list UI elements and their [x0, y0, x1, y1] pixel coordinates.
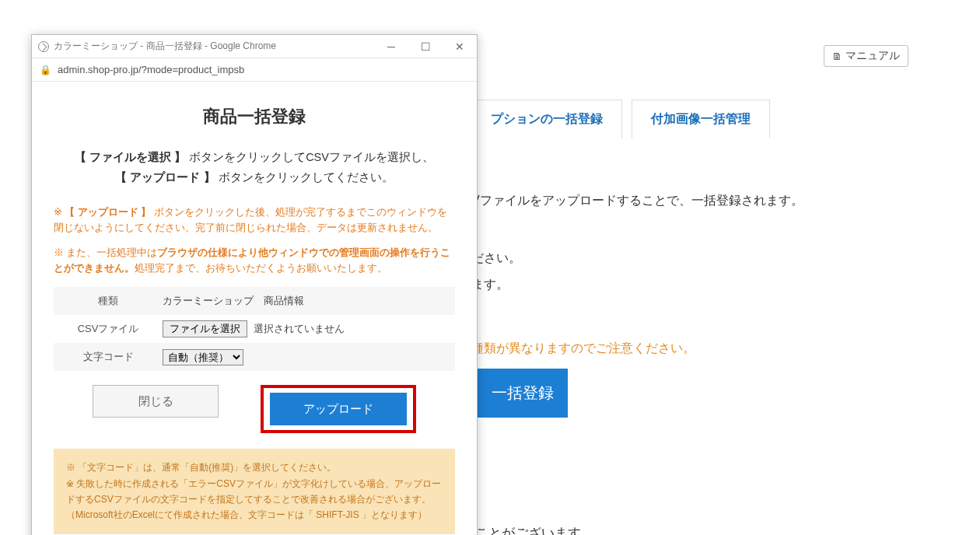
- manual-button[interactable]: 🗎 マニュアル: [824, 45, 908, 67]
- warn2-pre: ※ また、一括処理中は: [54, 247, 157, 258]
- row-encoding: 文字コード 自動（推奨）: [54, 343, 455, 371]
- window-title: カラーミーショップ - 商品一括登録 - Google Chrome: [54, 40, 374, 53]
- instr-bold-1: 【 ファイルを選択 】: [75, 151, 186, 163]
- instr-text-2: ボタンをクリックしてください。: [215, 171, 394, 184]
- bg-text-line3: ます。: [471, 277, 902, 293]
- csv-label: CSVファイル: [54, 322, 163, 336]
- row-type: 種類 カラーミーショップ 商品情報: [54, 287, 455, 315]
- tab-option-bulk[interactable]: プションの一括登録: [471, 100, 622, 138]
- instruction-text: 【 ファイルを選択 】 ボタンをクリックしてCSVファイルを選択し、 【 アップ…: [54, 147, 455, 187]
- bg-text-line2: ださい。: [471, 250, 902, 267]
- favicon-icon: [38, 41, 49, 52]
- close-button[interactable]: 閉じる: [93, 385, 219, 418]
- warning-1: ※ 【 アップロード 】 ボタンをクリックした後、処理が完了するまでこのウィンド…: [54, 205, 455, 236]
- warning-2: ※ また、一括処理中はブラウザの仕様により他ウィンドウでの管理画面の操作を行うこ…: [54, 245, 455, 276]
- warn1-bold: 【 アップロード 】: [65, 207, 151, 218]
- file-select-button[interactable]: ファイルを選択: [163, 320, 247, 337]
- instr-text-1: ボタンをクリックしてCSVファイルを選択し、: [186, 151, 434, 163]
- url-text: admin.shop-pro.jp/?mode=product_impsb: [58, 64, 244, 75]
- instr-bold-2: 【 アップロード 】: [115, 171, 215, 184]
- upload-highlight: アップロード: [261, 385, 416, 433]
- file-status: 選択されていません: [254, 322, 345, 336]
- window-titlebar: カラーミーショップ - 商品一括登録 - Google Chrome ─ ☐ ✕: [32, 35, 477, 58]
- window-maximize-button[interactable]: ☐: [408, 35, 443, 58]
- warn1-pre: ※: [54, 207, 65, 218]
- bg-warning: 種類が異なりますのでご注意ください。: [471, 341, 902, 357]
- tab-image-bulk[interactable]: 付加画像一括管理: [632, 100, 770, 138]
- encoding-select[interactable]: 自動（推奨）: [163, 349, 243, 365]
- footnote: ※ 「文字コード」は、通常「自動(推奨)」を選択してください。 ※ 失敗した時に…: [54, 449, 455, 534]
- tab-bar: プションの一括登録 付加画像一括管理: [471, 100, 902, 138]
- document-icon: 🗎: [832, 51, 842, 62]
- window-minimize-button[interactable]: ─: [374, 35, 408, 58]
- button-row: 閉じる アップロード: [54, 385, 455, 433]
- form-table: 種類 カラーミーショップ 商品情報 CSVファイル ファイルを選択 選択されてい…: [54, 287, 455, 371]
- address-bar: 🔒 admin.shop-pro.jp/?mode=product_impsb: [32, 58, 477, 82]
- row-csv: CSVファイル ファイルを選択 選択されていません: [54, 315, 455, 343]
- popup-window: カラーミーショップ - 商品一括登録 - Google Chrome ─ ☐ ✕…: [31, 34, 478, 535]
- encoding-label: 文字コード: [54, 350, 163, 364]
- bulk-register-button[interactable]: 一括登録: [471, 369, 568, 418]
- bg-text-line1: Vファイルをアップロードすることで、一括登録されます。: [471, 193, 902, 209]
- lock-icon: 🔒: [40, 65, 51, 75]
- upload-button[interactable]: アップロード: [270, 393, 407, 425]
- type-value: カラーミーショップ 商品情報: [163, 294, 455, 308]
- window-close-button[interactable]: ✕: [443, 35, 477, 58]
- warn2-post: 処理完了まで、お待ちいただくようお願いいたします。: [135, 263, 387, 274]
- type-label: 種類: [54, 294, 163, 308]
- popup-heading: 商品一括登録: [54, 105, 455, 128]
- manual-button-label: マニュアル: [845, 49, 900, 63]
